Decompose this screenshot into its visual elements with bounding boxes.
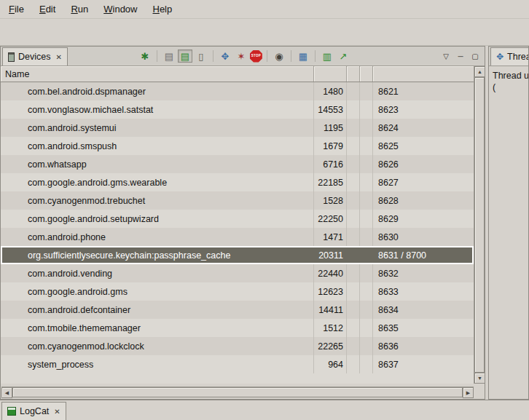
scroll-left-icon[interactable]: ◀	[1, 387, 12, 398]
empty-cell	[347, 337, 360, 355]
view-menu-icon[interactable]: ▽	[440, 50, 452, 62]
maximize-icon[interactable]: ▢	[469, 50, 481, 62]
pid-cell: 964	[314, 355, 347, 373]
scroll-up-icon[interactable]: ▲	[474, 66, 485, 77]
process-name-cell: com.vonglasow.michael.satstat	[1, 100, 314, 119]
table-row[interactable]: com.cyanogenmod.trebuchet 1528 8628	[1, 191, 474, 210]
port-cell: 8624	[373, 119, 474, 137]
table-row[interactable]: com.whatsapp 6716 8626	[1, 155, 474, 173]
empty-cell	[347, 355, 360, 373]
empty-cell	[360, 264, 373, 282]
port-cell: 8623	[373, 100, 474, 119]
tab-logcat[interactable]: LogCat ✕	[1, 402, 66, 420]
pid-cell: 22185	[314, 173, 347, 191]
empty-cell	[360, 301, 373, 319]
port-cell: 8633	[373, 282, 474, 301]
cause-gc-icon[interactable]: ▯	[194, 49, 208, 63]
empty-cell	[360, 282, 373, 301]
empty-cell	[360, 210, 373, 228]
pid-cell: 22265	[314, 337, 347, 355]
empty-cell	[347, 100, 360, 119]
tab-devices-label: Devices	[18, 52, 50, 62]
table-row[interactable]: org.sufficientlysecure.keychain:passphra…	[1, 246, 474, 264]
horizontal-scroll-thumb[interactable]	[12, 387, 463, 397]
table-row[interactable]: com.android.phone 1471 8630	[1, 228, 474, 246]
empty-cell	[360, 155, 373, 173]
menu-file[interactable]: File	[3, 1, 30, 17]
process-name-cell: com.tmobile.thememanager	[1, 319, 314, 337]
empty-cell	[347, 173, 360, 191]
devices-panel: Devices ✕ ✱▤▤▯✥✶STOP◉▦▥↗ ▽─▢ Name com.be…	[0, 46, 485, 400]
scroll-right-icon[interactable]: ▶	[463, 387, 474, 398]
minimize-icon[interactable]: ─	[455, 50, 466, 62]
column-header-spare2[interactable]	[360, 66, 373, 82]
pid-cell: 1512	[314, 319, 347, 337]
update-heap-icon[interactable]: ▤	[162, 49, 176, 63]
heap-updates-icon[interactable]: ▥	[320, 49, 334, 63]
toolbar-separator	[213, 50, 213, 62]
table-row[interactable]: com.android.defcontainer 14411 8634	[1, 301, 474, 319]
menu-window[interactable]: Window	[98, 1, 143, 17]
method-profiling-icon[interactable]: ✶	[234, 49, 248, 63]
table-row[interactable]: com.tmobile.thememanager 1512 8635	[1, 319, 474, 337]
table-row[interactable]: com.cyanogenmod.lockclock 22265 8636	[1, 337, 474, 355]
horizontal-scrollbar[interactable]: ◀ ▶	[1, 387, 474, 397]
process-table: Name com.bel.android.dspmanager 1480 862…	[1, 66, 485, 384]
close-icon[interactable]: ✕	[52, 408, 60, 416]
process-name-cell: com.bel.android.dspmanager	[1, 82, 314, 100]
tab-logcat-label: LogCat	[20, 406, 49, 416]
column-header-pid[interactable]	[314, 66, 347, 82]
graph-icon[interactable]: ↗	[336, 49, 350, 63]
column-header-name[interactable]: Name	[1, 66, 314, 82]
empty-cell	[347, 82, 360, 100]
process-name-cell: com.android.smspush	[1, 137, 314, 155]
tab-threads[interactable]: ✥ Threads	[490, 47, 529, 66]
process-name-cell: com.cyanogenmod.lockclock	[1, 337, 314, 355]
update-threads-icon[interactable]: ✥	[218, 49, 232, 63]
process-name-cell: com.google.android.gms	[1, 282, 314, 301]
threads-panel: ✥ Threads Thread up (	[488, 46, 529, 400]
column-header-port[interactable]	[373, 66, 474, 82]
pid-cell: 14411	[314, 301, 347, 319]
port-cell: 8637	[373, 355, 474, 373]
threads-message-line1: Thread up	[493, 70, 525, 82]
scroll-down-icon[interactable]: ▼	[474, 373, 485, 384]
empty-cell	[347, 319, 360, 337]
table-row[interactable]: com.vonglasow.michael.satstat 14553 8623	[1, 100, 474, 119]
table-row[interactable]: com.google.android.gms.wearable 22185 86…	[1, 173, 474, 191]
tab-devices[interactable]: Devices ✕	[2, 47, 68, 66]
process-name-cell: com.android.phone	[1, 228, 314, 246]
stop-process-icon[interactable]: STOP	[250, 50, 262, 63]
table-row[interactable]: com.google.android.gms 12623 8633	[1, 282, 474, 301]
table-row[interactable]: com.android.smspush 1679 8625	[1, 137, 474, 155]
table-row[interactable]: system_process 964 8637	[1, 355, 474, 373]
table-row[interactable]: com.google.android.setupwizard 22250 862…	[1, 210, 474, 228]
empty-cell	[360, 100, 373, 119]
logcat-tabstrip: LogCat ✕	[0, 400, 529, 420]
vertical-scrollbar[interactable]: ▲ ▼	[474, 66, 485, 384]
table-row[interactable]: com.android.vending 22440 8632	[1, 264, 474, 282]
table-row[interactable]: com.bel.android.dspmanager 1480 8621	[1, 82, 474, 100]
close-icon[interactable]: ✕	[54, 53, 61, 61]
port-cell: 8627	[373, 173, 474, 191]
column-header-spare1[interactable]	[347, 66, 360, 82]
empty-cell	[360, 355, 373, 373]
menu-edit[interactable]: Edit	[34, 1, 61, 17]
menu-run[interactable]: Run	[65, 1, 94, 17]
vertical-scroll-thumb[interactable]	[474, 77, 485, 373]
empty-cell	[360, 191, 373, 210]
report-icon[interactable]: ▦	[296, 49, 310, 63]
menu-help[interactable]: Help	[146, 1, 178, 17]
screen-capture-icon[interactable]: ◉	[272, 49, 286, 63]
debug-process-icon[interactable]: ✱	[138, 49, 152, 63]
process-name-cell: com.google.android.gms.wearable	[1, 173, 314, 191]
process-name-cell: org.sufficientlysecure.keychain:passphra…	[1, 246, 314, 264]
empty-cell	[347, 210, 360, 228]
dump-hprof-icon[interactable]: ▤	[178, 49, 192, 63]
port-cell: 8630	[373, 228, 474, 246]
table-row[interactable]: com.android.systemui 1195 8624	[1, 119, 474, 137]
pid-cell: 1679	[314, 137, 347, 155]
empty-cell	[347, 228, 360, 246]
pid-cell: 22440	[314, 264, 347, 282]
process-name-cell: com.android.vending	[1, 264, 314, 282]
